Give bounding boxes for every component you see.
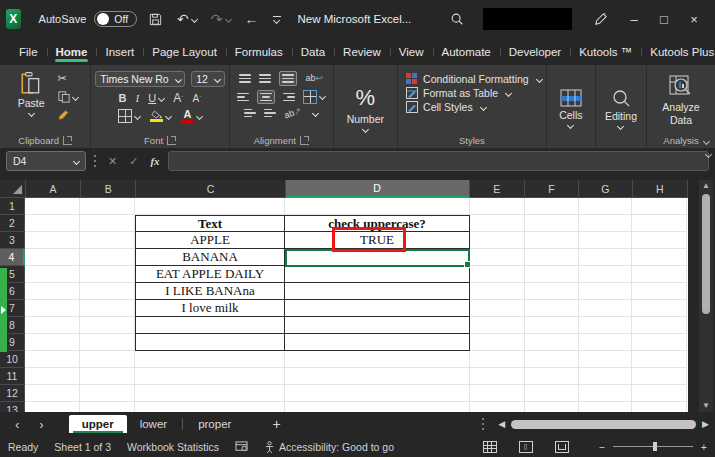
- cell-G2[interactable]: [579, 215, 632, 232]
- cell-D5[interactable]: [285, 266, 470, 283]
- cell-F10[interactable]: [525, 351, 579, 368]
- cell-G7[interactable]: [579, 300, 632, 317]
- cell-F2[interactable]: [525, 215, 579, 232]
- cell-F6[interactable]: [525, 283, 579, 300]
- cell-B3[interactable]: [80, 232, 135, 249]
- menu-tab-automate[interactable]: Automate: [433, 42, 500, 62]
- cell-G4[interactable]: [579, 249, 632, 266]
- cell-A12[interactable]: [25, 385, 80, 402]
- cell-B12[interactable]: [80, 385, 135, 402]
- sheet-tab-lower[interactable]: lower: [127, 415, 180, 433]
- font-color-button[interactable]: A: [181, 109, 202, 123]
- minimize-button[interactable]: –: [619, 4, 649, 34]
- normal-view-button[interactable]: [483, 441, 497, 453]
- cell-C1[interactable]: [135, 198, 285, 215]
- scroll-right-icon[interactable]: ▶: [702, 419, 709, 429]
- cell-C3[interactable]: APPLE: [135, 232, 285, 249]
- horizontal-scroll-thumb[interactable]: [511, 420, 696, 429]
- wrap-text-button[interactable]: ab↩: [305, 73, 323, 83]
- cell-C10[interactable]: [135, 351, 285, 368]
- format-as-table-button[interactable]: Format as Table: [406, 87, 511, 99]
- copy-button[interactable]: [58, 91, 78, 103]
- cell-C9[interactable]: [135, 334, 285, 351]
- cell-B13[interactable]: [80, 402, 135, 412]
- cell-E9[interactable]: [470, 334, 525, 351]
- row-header-13[interactable]: 13: [0, 402, 25, 412]
- cell-H12[interactable]: [632, 385, 687, 402]
- insert-function-button[interactable]: fx: [146, 155, 163, 167]
- cell-F5[interactable]: [525, 266, 579, 283]
- cell-F12[interactable]: [525, 385, 579, 402]
- horizontal-scrollbar[interactable]: ◀ ▶: [498, 419, 709, 429]
- cell-B1[interactable]: [80, 198, 135, 215]
- search-icon[interactable]: [447, 12, 467, 26]
- cell-E12[interactable]: [470, 385, 525, 402]
- vertical-scrollbar[interactable]: ▲ ▼: [699, 180, 713, 412]
- increase-indent-button[interactable]: [264, 109, 276, 118]
- excel-logo-icon[interactable]: X: [6, 9, 21, 29]
- cell-D1[interactable]: [285, 198, 470, 215]
- menu-tab-kutools[interactable]: Kutools ™: [570, 42, 641, 62]
- column-header-E[interactable]: E: [470, 180, 525, 198]
- row-header-2[interactable]: 2: [0, 215, 25, 232]
- cell-H13[interactable]: [632, 402, 687, 412]
- align-left-button[interactable]: [237, 93, 249, 102]
- display-settings-icon[interactable]: [235, 441, 248, 453]
- cell-H4[interactable]: [632, 249, 687, 266]
- cell-A8[interactable]: [25, 317, 80, 334]
- cell-F13[interactable]: [525, 402, 579, 412]
- analyze-data-button[interactable]: Analyze Data: [650, 73, 712, 127]
- page-break-view-button[interactable]: [555, 441, 569, 453]
- cell-E1[interactable]: [470, 198, 525, 215]
- decrease-indent-button[interactable]: [244, 109, 256, 118]
- cell-B10[interactable]: [80, 351, 135, 368]
- zoom-slider-thumb[interactable]: [653, 442, 657, 451]
- borders-button[interactable]: [118, 109, 140, 123]
- prev-sheet-icon[interactable]: ‹: [6, 417, 28, 432]
- tab-overflow-handle[interactable]: [482, 423, 484, 425]
- cell-F1[interactable]: [525, 198, 579, 215]
- paste-button[interactable]: Paste: [13, 69, 50, 118]
- font-name-select[interactable]: Times New Ro: [95, 71, 185, 87]
- autosave-toggle[interactable]: Off: [94, 11, 137, 27]
- cell-D12[interactable]: [285, 385, 470, 402]
- cell-B4[interactable]: [80, 249, 135, 266]
- menu-tab-file[interactable]: File: [10, 42, 47, 62]
- orientation-button[interactable]: ab↗: [283, 105, 303, 120]
- cell-D10[interactable]: [285, 351, 470, 368]
- cell-G9[interactable]: [579, 334, 632, 351]
- column-header-F[interactable]: F: [525, 180, 579, 198]
- cell-H6[interactable]: [632, 283, 687, 300]
- cell-G6[interactable]: [579, 283, 632, 300]
- cell-C4[interactable]: BANANA: [135, 249, 285, 266]
- cell-F9[interactable]: [525, 334, 579, 351]
- row-header-4[interactable]: 4: [0, 249, 25, 266]
- cell-C6[interactable]: I LIKE BANAna: [135, 283, 285, 300]
- row-header-11[interactable]: 11: [0, 368, 25, 385]
- row-header-3[interactable]: 3: [0, 232, 25, 249]
- undo-button[interactable]: ↶: [174, 11, 200, 27]
- cell-A3[interactable]: [25, 232, 80, 249]
- vertical-scroll-thumb[interactable]: [702, 194, 710, 314]
- fill-color-button[interactable]: [150, 110, 171, 122]
- format-painter-button[interactable]: [58, 109, 78, 121]
- row-header-12[interactable]: 12: [0, 385, 25, 402]
- cell-H5[interactable]: [632, 266, 687, 283]
- cell-H8[interactable]: [632, 317, 687, 334]
- align-center-button[interactable]: [257, 90, 275, 105]
- menu-tab-review[interactable]: Review: [334, 42, 390, 62]
- column-header-B[interactable]: B: [81, 180, 136, 198]
- cell-E5[interactable]: [470, 266, 525, 283]
- cell-F8[interactable]: [525, 317, 579, 334]
- cell-H9[interactable]: [632, 334, 687, 351]
- menu-tab-view[interactable]: View: [390, 42, 433, 62]
- cell-B6[interactable]: [80, 283, 135, 300]
- cell-D6[interactable]: [285, 283, 470, 300]
- accessibility-status[interactable]: Accessibility: Good to go: [264, 441, 394, 453]
- cells-button[interactable]: Cells: [554, 87, 587, 130]
- cell-C8[interactable]: [135, 317, 285, 334]
- menu-tab-home[interactable]: Home: [47, 42, 97, 62]
- customize-toolbar-button[interactable]: [270, 16, 284, 23]
- scroll-left-icon[interactable]: ◀: [498, 419, 505, 429]
- cell-G8[interactable]: [579, 317, 632, 334]
